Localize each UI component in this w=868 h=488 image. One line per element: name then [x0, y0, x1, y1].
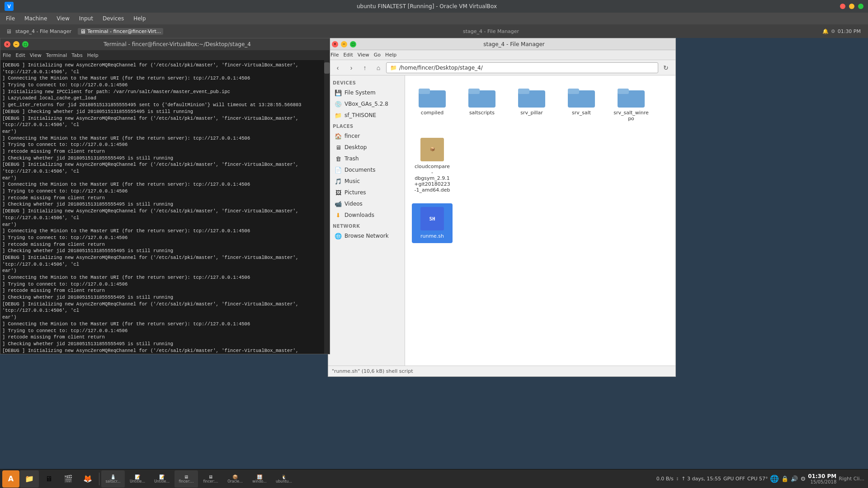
- term-menu-view[interactable]: View: [30, 52, 42, 58]
- vm-tab-terminal[interactable]: Terminal - fincer@fincer-Virt...: [87, 28, 161, 34]
- sys-icon2: 🔊: [791, 475, 798, 482]
- fm-home-btn[interactable]: ⌂: [373, 62, 384, 74]
- fm-devices-title: DEVICES: [328, 78, 405, 87]
- term-menu-file[interactable]: File: [3, 52, 11, 58]
- taskbar-window-btn[interactable]: 🪟 windo...: [248, 470, 271, 488]
- sidebar-item-sfthisone-label: sf_THISONE: [344, 112, 376, 118]
- term-menu-help[interactable]: Help: [87, 52, 99, 58]
- taskbar-salt-btn[interactable]: 🧂 saltscr...: [101, 470, 125, 488]
- terminal-title: Terminal - fincer@fincer-VirtualBox:~/De…: [28, 41, 326, 47]
- fm-maximize-btn[interactable]: □: [350, 41, 356, 47]
- sidebar-item-trash[interactable]: 🗑 Trash: [330, 153, 403, 164]
- vm-tab-filemanager[interactable]: stage_4 - File Manager: [13, 28, 74, 34]
- fm-menu-help[interactable]: Help: [385, 52, 396, 58]
- filemanager-window: × − □ stage_4 - File Manager File Edit V…: [328, 38, 676, 377]
- sidebar-item-pictures-label: Pictures: [344, 189, 366, 196]
- taskbar-fincer2-btn[interactable]: 🖥 fincer:...: [199, 470, 222, 488]
- sidebar-item-desktop-label: Desktop: [344, 144, 367, 150]
- fm-refresh-btn[interactable]: ↻: [660, 62, 672, 74]
- file-item-runmesh[interactable]: SH runme.sh: [412, 203, 453, 243]
- vbox-menubar: File Machine View Input Devices Help: [0, 13, 868, 24]
- sidebar-item-vbox[interactable]: 💿 VBox_GAs_5.2.8: [330, 99, 403, 109]
- vbox-menu-machine[interactable]: Machine: [21, 14, 51, 23]
- sidebar-item-fincer[interactable]: 🏠 fincer: [330, 131, 403, 141]
- time-display: 01:30 PM: [838, 28, 861, 34]
- terminal-scrollbar-thumb[interactable]: [324, 62, 330, 74]
- launcher-btn[interactable]: A: [2, 470, 19, 488]
- terminal-maximize-btn[interactable]: □: [22, 41, 28, 47]
- file-item-srvsalt[interactable]: srv_salt: [561, 82, 602, 125]
- vbox-menu-help[interactable]: Help: [130, 14, 149, 23]
- fm-path-icon: 📁: [390, 65, 397, 71]
- fm-menu-edit[interactable]: Edit: [343, 52, 353, 58]
- fm-forward-btn[interactable]: ›: [345, 62, 357, 74]
- terminal-minimize-btn[interactable]: −: [13, 41, 19, 47]
- vbox-close-btn[interactable]: [840, 4, 845, 9]
- salt-label: saltscr...: [105, 479, 120, 483]
- file-item-saltscripts[interactable]: saltscripts: [462, 82, 502, 125]
- vbox-menu-devices[interactable]: Devices: [99, 14, 127, 23]
- sidebar-item-videos[interactable]: 📹 Videos: [330, 198, 403, 209]
- vbox-menu-view[interactable]: View: [53, 14, 73, 23]
- oracle-label: Oracle...: [227, 479, 243, 483]
- untitled1-icon: 📝: [135, 474, 140, 479]
- vbox-menu-file[interactable]: File: [2, 14, 19, 23]
- file-item-compiled[interactable]: compiled: [412, 82, 453, 125]
- taskbar-files-btn[interactable]: 📁: [20, 470, 39, 488]
- fm-up-btn[interactable]: ↑: [359, 62, 371, 74]
- fm-path-bar[interactable]: 📁 /home/fincer/Desktop/stage_4/: [386, 62, 658, 73]
- fm-close-btn[interactable]: ×: [332, 41, 338, 47]
- fm-back-btn[interactable]: ‹: [332, 62, 344, 74]
- fm-menu-file[interactable]: File: [330, 52, 339, 58]
- fm-files-row1: compiled: [412, 82, 669, 197]
- sidebar-item-pictures[interactable]: 🖼 Pictures: [330, 187, 403, 198]
- bluetooth-icon: ⚙: [831, 28, 835, 34]
- taskbar-separator: [99, 473, 99, 485]
- file-item-srvpillar[interactable]: srv_pillar: [511, 82, 552, 125]
- taskbar-terminal-btn[interactable]: 🖥: [39, 470, 58, 488]
- terminal-close-btn[interactable]: ×: [4, 41, 10, 47]
- fincer1-icon: 🖥: [184, 474, 189, 479]
- music-icon: 🎵: [335, 178, 342, 185]
- taskbar-browser-btn[interactable]: 🦊: [78, 470, 97, 488]
- salt-icon: 🧂: [110, 474, 116, 479]
- vbox-menu-input[interactable]: Input: [75, 14, 97, 23]
- fm-menu-go[interactable]: Go: [374, 52, 381, 58]
- file-item-cloudcompare[interactable]: 📦 cloudcompare-dbgsym_2.9.1+git20180223-…: [412, 134, 453, 197]
- terminal-scrollbar[interactable]: [324, 60, 330, 354]
- file-item-srvsaltwinrepo[interactable]: srv_salt_winrepo: [611, 82, 651, 125]
- fm-menu-view[interactable]: View: [358, 52, 369, 58]
- fm-files-row2: SH runme.sh: [412, 203, 669, 243]
- terminal-window: × − □ Terminal - fincer@fincer-VirtualBo…: [0, 38, 330, 354]
- sidebar-item-videos-label: Videos: [344, 201, 363, 207]
- term-menu-tabs[interactable]: Tabs: [71, 52, 82, 58]
- term-menu-edit[interactable]: Edit: [15, 52, 25, 58]
- vbox-minimize-btn[interactable]: [849, 4, 854, 9]
- taskbar-untitled2-btn[interactable]: 📝 Untitle...: [150, 470, 174, 488]
- file-name-compiled: compiled: [421, 110, 443, 116]
- taskbar-ubuntu-btn[interactable]: 🐧 ubuntu...: [272, 470, 296, 488]
- sidebar-item-desktop[interactable]: 🖥 Desktop: [330, 142, 403, 153]
- svg-rect-1: [419, 89, 430, 94]
- taskbar-media-btn[interactable]: 🎬: [59, 470, 78, 488]
- sidebar-item-fincer-label: fincer: [344, 133, 360, 139]
- sidebar-item-browse-network[interactable]: 🌐 Browse Network: [330, 230, 403, 241]
- taskbar-fincer1-btn[interactable]: 🖥 fincer:...: [175, 470, 198, 488]
- terminal-icon: 🖥: [45, 474, 52, 483]
- sidebar-item-music[interactable]: 🎵 Music: [330, 176, 403, 187]
- vbox-maximize-btn[interactable]: [858, 4, 863, 9]
- sidebar-item-filesystem[interactable]: 💾 File System: [330, 87, 403, 98]
- desktop-icon: 🖥: [335, 144, 342, 151]
- sidebar-item-sfthisone[interactable]: 📁 sf_THISONE: [330, 110, 403, 121]
- terminal-body[interactable]: [DEBUG ] Initializing new AsyncZeroMQReq…: [0, 60, 330, 354]
- untitled1-label: Untitle...: [130, 479, 145, 483]
- home-icon: 🏠: [335, 132, 342, 140]
- taskbar-untitled1-btn[interactable]: 📝 Untitle...: [126, 470, 149, 488]
- fm-minimize-btn[interactable]: −: [341, 41, 347, 47]
- terminal-output: [DEBUG ] Initializing new AsyncZeroMQReq…: [2, 62, 328, 354]
- sidebar-item-documents[interactable]: 📄 Documents: [330, 164, 403, 175]
- file-name-srvpillar: srv_pillar: [520, 110, 543, 116]
- sidebar-item-downloads[interactable]: ⬇ Downloads: [330, 210, 403, 221]
- taskbar-oracle-btn[interactable]: 📦 Oracle...: [223, 470, 247, 488]
- term-menu-terminal[interactable]: Terminal: [46, 52, 67, 58]
